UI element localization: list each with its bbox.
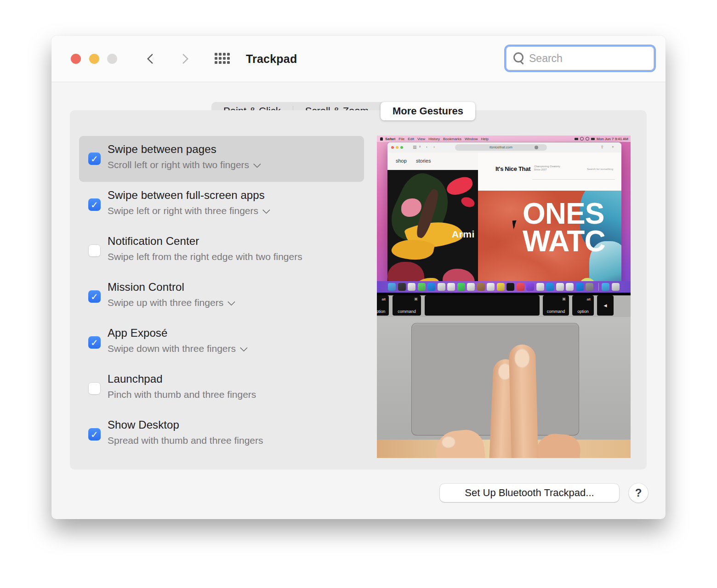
site-tagline: Championing Creativity Since 2007 — [534, 165, 560, 171]
chevron-right-icon — [178, 54, 189, 64]
gesture-row[interactable]: Swipe between full-screen appsSwipe left… — [79, 182, 364, 228]
chevron-down-icon[interactable] — [228, 298, 235, 306]
dock-app-icon — [388, 283, 396, 291]
gesture-title: Show Desktop — [108, 418, 179, 431]
sidebar-chevron-icon: ∨ — [419, 145, 421, 148]
gesture-title: Swipe between full-screen apps — [108, 189, 265, 202]
previous-page: shop stories — [387, 153, 478, 293]
tab-more-gestures[interactable]: More Gestures — [381, 102, 475, 120]
gesture-row[interactable]: App ExposéSwipe down with three fingers — [79, 320, 364, 366]
close-button[interactable] — [71, 54, 81, 64]
control-center-icon — [591, 138, 595, 140]
gestures-panel: Swipe between pagesScroll left or right … — [70, 110, 647, 469]
hero-headline: ONES WATC — [523, 200, 605, 255]
dock-app-icon — [602, 283, 609, 291]
nav-stories: stories — [416, 158, 431, 164]
gesture-subtitle: Pinch with thumb and three fingers — [108, 389, 256, 400]
finger-nail — [514, 349, 530, 368]
gesture-title: Notification Center — [108, 235, 199, 248]
site-search-underline — [532, 179, 615, 180]
dock-app-icon — [457, 283, 465, 291]
page-title: Trackpad — [246, 52, 297, 66]
safari-back-icon: ‹ — [426, 145, 427, 149]
menubar-status-icons: Mon Jun 7 9:41 AM — [575, 136, 628, 142]
safari-close-button — [391, 146, 394, 149]
menubar-item: Window — [465, 137, 478, 141]
chevron-down-icon[interactable] — [253, 160, 261, 168]
command-key: ⌘command — [393, 295, 421, 316]
help-button[interactable]: ? — [629, 483, 648, 503]
gesture-subtitle[interactable]: Swipe down with three fingers — [108, 343, 246, 354]
show-all-grid-icon[interactable] — [215, 53, 230, 64]
forward-button[interactable] — [177, 52, 191, 66]
setup-bluetooth-trackpad-button[interactable]: Set Up Bluetooth Trackpad... — [440, 484, 619, 502]
search-input[interactable] — [528, 49, 645, 68]
laptop-deck — [377, 317, 631, 458]
command-key: ⌘command — [543, 295, 569, 316]
gesture-checkbox[interactable] — [88, 428, 101, 441]
safari-zoom-button — [400, 146, 403, 149]
chevron-left-icon — [147, 54, 158, 64]
gesture-checkbox[interactable] — [88, 198, 101, 211]
dock-app-icon — [497, 283, 505, 291]
dock-app-icon — [447, 283, 455, 291]
dock-app-icon — [438, 283, 445, 291]
share-icon: ⇧ — [600, 145, 604, 149]
url-bar: itsnicethat.com — [455, 144, 547, 151]
gesture-row[interactable]: LaunchpadPinch with thumb and three fing… — [79, 366, 364, 412]
gesture-row[interactable]: Notification CenterSwipe left from the r… — [79, 228, 364, 274]
dark-artwork: Armi — [387, 170, 478, 293]
search-icon — [513, 52, 524, 62]
chevron-down-icon[interactable] — [262, 206, 270, 214]
middle-finger — [509, 344, 539, 458]
arrow-left-key: ◀ — [597, 295, 614, 316]
search-field[interactable] — [504, 45, 656, 72]
menubar-item: Safari — [385, 137, 395, 141]
option-key: altoption — [377, 295, 389, 316]
gesture-title: Swipe between pages — [108, 143, 216, 156]
dock-app-icon — [427, 283, 435, 291]
fish-shape — [445, 175, 475, 197]
gesture-title: Mission Control — [108, 281, 184, 294]
trackpad-preferences-window: Trackpad Point & ClickScroll & ZoomMore … — [51, 36, 666, 519]
thumb-nail — [441, 435, 456, 449]
gesture-row[interactable]: Swipe between pagesScroll left or right … — [79, 136, 364, 182]
gesture-subtitle[interactable]: Scroll left or right with two fingers — [108, 159, 259, 170]
safari-toolbar: ▥ ∨ ‹ › itsnicethat.com ⇧ + — [387, 142, 621, 153]
gesture-checkbox[interactable] — [88, 336, 101, 349]
gesture-checkbox[interactable] — [88, 290, 101, 303]
dock-app-icon — [586, 283, 593, 291]
left-page-text: Armi — [452, 229, 475, 240]
keyboard-row: altoption⌘command⌘commandaltoption◀ — [377, 295, 631, 317]
dock-app-icon — [556, 283, 564, 291]
minimize-button[interactable] — [89, 54, 99, 64]
site-search-label: Search for something — [587, 168, 613, 170]
menubar-item: Bookmarks — [443, 137, 461, 141]
zoom-button[interactable] — [107, 54, 117, 64]
apple-menu-icon — [380, 137, 383, 141]
red-artwork: ONES WATC — [478, 191, 621, 293]
dock-app-icon — [506, 283, 514, 291]
new-tab-icon: + — [612, 145, 614, 149]
chevron-down-icon[interactable] — [240, 344, 248, 352]
gesture-subtitle[interactable]: Swipe left or right with three fingers — [108, 205, 268, 216]
dock-app-icon — [467, 283, 475, 291]
site-logo: It's Nice That — [495, 165, 530, 172]
dock-divider — [598, 283, 599, 291]
titlebar: Trackpad — [51, 36, 666, 82]
gesture-preview-video: SafariFileEditViewHistoryBookmarksWindow… — [377, 136, 631, 458]
gesture-checkbox[interactable] — [88, 244, 101, 257]
sidebar-icon: ▥ — [413, 145, 417, 149]
wifi-icon — [580, 137, 584, 141]
dock — [377, 281, 631, 293]
gesture-checkbox[interactable] — [88, 153, 101, 165]
gesture-subtitle[interactable]: Swipe up with three fingers — [108, 297, 233, 308]
back-button[interactable] — [144, 52, 158, 66]
fish-shape — [460, 195, 476, 209]
dock-app-icon — [477, 283, 485, 291]
dock-app-icon — [612, 283, 620, 291]
gesture-row[interactable]: Show DesktopSpread with thumb and three … — [79, 412, 364, 458]
gesture-row[interactable]: Mission ControlSwipe up with three finge… — [79, 274, 364, 320]
dock-app-icon — [408, 283, 415, 291]
gesture-checkbox[interactable] — [88, 382, 101, 395]
